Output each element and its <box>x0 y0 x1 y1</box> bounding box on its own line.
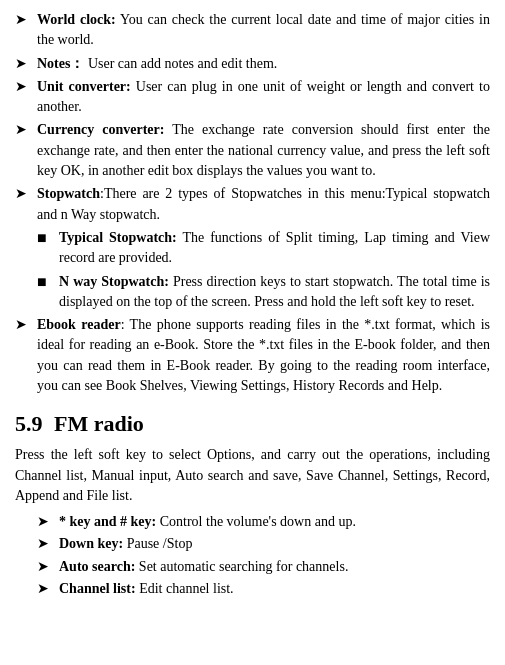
list-item: ➤ Unit converter: User can plug in one u… <box>15 77 490 118</box>
item-label: World clock: <box>37 12 116 27</box>
bullet-arrow-icon: ➤ <box>15 77 37 97</box>
fm-item-body: Edit channel list. <box>136 581 234 596</box>
item-text: Currency converter: The exchange rate co… <box>37 120 490 181</box>
item-label: Unit converter: <box>37 79 131 94</box>
fm-item-label: Auto search: <box>59 559 135 574</box>
fm-list-item: ➤ Down key: Pause /Stop <box>37 534 490 554</box>
fm-bullet-arrow-icon: ➤ <box>37 534 59 554</box>
bullet-arrow-icon: ➤ <box>15 315 37 335</box>
sub-item-label: N way Stopwatch: <box>59 274 169 289</box>
fm-item-body: Control the volume's down and up. <box>156 514 356 529</box>
fm-item-body: Pause /Stop <box>123 536 192 551</box>
item-text: Stopwatch:There are 2 types of Stopwatch… <box>37 184 490 225</box>
fm-item-text: Auto search: Set automatic searching for… <box>59 557 490 577</box>
fm-item-text: * key and # key: Control the volume's do… <box>59 512 490 532</box>
fm-list-item: ➤ * key and # key: Control the volume's … <box>37 512 490 532</box>
fm-item-text: Channel list: Edit channel list. <box>59 579 490 599</box>
fm-item-label: Down key: <box>59 536 123 551</box>
list-item: ➤ Stopwatch:There are 2 types of Stopwat… <box>15 184 490 225</box>
section-title: FM radio <box>54 411 144 436</box>
item-text: Ebook reader: The phone supports reading… <box>37 315 490 396</box>
sub-item-text: Typical Stopwatch: The functions of Spli… <box>59 228 490 269</box>
sub-list-item: ■ N way Stopwatch: Press direction keys … <box>37 272 490 313</box>
fm-bullet-arrow-icon: ➤ <box>37 512 59 532</box>
item-label: Ebook reader <box>37 317 121 332</box>
list-item: ➤ Notes： User can add notes and edit the… <box>15 54 490 74</box>
section-body: Press the left soft key to select Option… <box>15 445 490 506</box>
sub-bullet-icon: ■ <box>37 228 59 249</box>
item-text: World clock: You can check the current l… <box>37 10 490 51</box>
item-text: Notes： User can add notes and edit them. <box>37 54 490 74</box>
item-label: Notes： <box>37 56 84 71</box>
fm-bullet-list: ➤ * key and # key: Control the volume's … <box>37 512 490 599</box>
item-body: User can add notes and edit them. <box>84 56 277 71</box>
fm-item-text: Down key: Pause /Stop <box>59 534 490 554</box>
fm-item-label: * key and # key: <box>59 514 156 529</box>
item-label: Currency converter: <box>37 122 164 137</box>
section-heading: 5.9 FM radio <box>15 408 490 440</box>
sub-bullet-icon: ■ <box>37 272 59 293</box>
sub-item-label: Typical Stopwatch: <box>59 230 177 245</box>
sub-list-item: ■ Typical Stopwatch: The functions of Sp… <box>37 228 490 269</box>
list-item: ➤ World clock: You can check the current… <box>15 10 490 51</box>
item-label: Stopwatch <box>37 186 100 201</box>
fm-item-body: Set automatic searching for channels. <box>135 559 348 574</box>
fm-list-item: ➤ Channel list: Edit channel list. <box>37 579 490 599</box>
bullet-arrow-icon: ➤ <box>15 54 37 74</box>
sub-item-text: N way Stopwatch: Press direction keys to… <box>59 272 490 313</box>
list-item: ➤ Ebook reader: The phone supports readi… <box>15 315 490 396</box>
sub-bullet-list: ■ Typical Stopwatch: The functions of Sp… <box>37 228 490 312</box>
bullet-list: ➤ World clock: You can check the current… <box>15 10 490 396</box>
fm-list-item: ➤ Auto search: Set automatic searching f… <box>37 557 490 577</box>
bullet-arrow-icon: ➤ <box>15 120 37 140</box>
item-body: :There are 2 types of Stopwatches in thi… <box>37 186 490 221</box>
list-item: ➤ Currency converter: The exchange rate … <box>15 120 490 181</box>
fm-bullet-arrow-icon: ➤ <box>37 557 59 577</box>
fm-item-label: Channel list: <box>59 581 136 596</box>
item-text: Unit converter: User can plug in one uni… <box>37 77 490 118</box>
fm-bullet-arrow-icon: ➤ <box>37 579 59 599</box>
section-number: 5.9 <box>15 411 43 436</box>
bullet-arrow-icon: ➤ <box>15 10 37 30</box>
bullet-arrow-icon: ➤ <box>15 184 37 204</box>
